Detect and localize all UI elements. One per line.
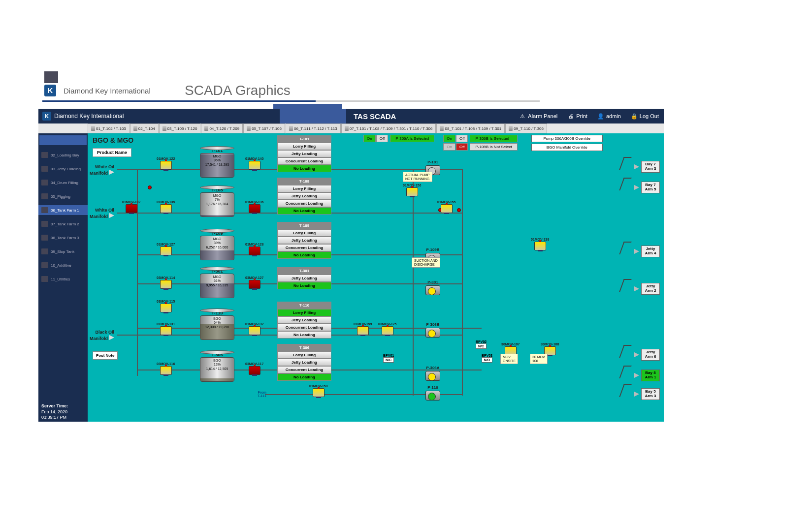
view-tab-08[interactable]: 08_T-101 / T-108 / T-109 / T-301 [436,123,505,133]
app-title: TAS SCADA [354,112,396,121]
valve-01mov-131[interactable]: 01MOV-131 [157,322,175,336]
jetty-arm-6[interactable]: Jetty Arm 6 [634,349,660,361]
t306-jetty-loading[interactable]: Jetty Loading [277,359,331,366]
p306a-off-button[interactable]: Off [376,135,389,142]
post-note-button[interactable]: Post Note [93,351,118,360]
jetty-arm-4[interactable]: Jetty Arm 4 [634,246,660,257]
sidebar-item-pigging[interactable]: 05_Pigging [38,191,88,201]
sidebar-item-tank-farm-3[interactable]: 08_Tank Farm 3 [38,233,88,243]
valve-01mov-135[interactable]: 01MOV-135 [157,200,175,214]
panel-t110: T-110 Lorry Filling Jetty Loading Concur… [277,302,331,339]
print-button[interactable]: 🖨Print [567,113,587,120]
valve-03mov-125[interactable]: 03MOV-125 [378,322,396,336]
valve-01mov-132[interactable]: 01MOV-132 [245,322,263,336]
t110-no-loading[interactable]: No Loading [277,331,331,339]
bgo-override-button[interactable]: BGO Manifold Override [531,144,603,151]
view-tab-02[interactable]: 02_T-104 [130,123,159,133]
sidebar-item-jetty-loading[interactable]: 03_Jetty Loading [38,164,88,174]
t301-jetty-loading[interactable]: Jetty Loading [277,275,331,282]
tank-t110[interactable]: T-110 BGO64%12,308 / 19,296 [200,310,234,340]
tank-t109[interactable]: T-109 MGO39%6,252 / 16,000 [200,231,234,260]
p109b-on-button[interactable]: On [443,143,455,151]
valve-03mov-114[interactable]: 03MOV-114 [157,276,175,289]
bay-7-arm-5[interactable]: Bay 7 Arm 5 [634,182,660,193]
valve-03mov-115[interactable]: 03MOV-115 [157,300,175,313]
t306-lorry-filling[interactable]: Lorry Filling [277,351,331,359]
pump-p110[interactable]: P-110 [425,385,440,401]
valve-01mov-136[interactable]: 01MOV-136 [245,200,263,214]
product-name-button[interactable]: Product Name [93,148,131,157]
alarm-panel-button[interactable]: ⚠Alarm Panel [519,113,557,120]
t108-lorry-filling[interactable]: Lorry Filling [277,185,331,192]
t109-jetty-loading[interactable]: Jetty Loading [277,237,331,244]
p306b-on-button[interactable]: On [443,135,455,142]
sidebar-item-tank-farm-2[interactable]: 07_Tank Farm 2 [38,219,88,229]
gear-icon [41,276,48,282]
sidebar-item-utilities[interactable]: 11_Utilities [38,274,88,284]
p109b-off-button[interactable]: Off [456,143,468,151]
loading-arm-icon [619,242,631,254]
sidebar-item-loading-bay[interactable]: 02_Loading Bay [38,150,88,160]
tank-t108[interactable]: T-108 MGO7%1,176 / 16,304 [200,187,234,217]
sidebar-item-tank-farm-1[interactable]: 06_Tank Farm 1 [38,205,88,215]
sidebar-item-additive[interactable]: 10_Additive [38,260,88,270]
pump-p301[interactable]: P-301 [425,280,440,296]
t101-no-loading[interactable]: No Loading [277,165,331,172]
p306b-off-button[interactable]: Off [456,135,468,142]
valve-01mov-156[interactable]: 01MOV-156 [403,184,421,197]
valve-01mov-102[interactable]: 01MOV-102 [122,200,140,214]
t101-concurrent[interactable]: Concurrent Loading [277,157,331,165]
t301-no-loading[interactable]: No Loading [277,282,331,289]
pump-override-button[interactable]: Pump 306A/306B Override [531,135,603,142]
view-tab-03[interactable]: 03_T-105 / T-120 [159,123,201,133]
pump-p306b[interactable]: P-306B [425,322,440,339]
tank-t301[interactable]: T-301 MGO61%9,955 / 16,315 [200,269,234,298]
logout-button[interactable]: 🔒Log Out [631,113,659,120]
t108-concurrent[interactable]: Concurrent Loading [277,200,331,207]
p306a-on-button[interactable]: On [363,135,376,142]
jetty-arm-2[interactable]: Jetty Arm 2 [634,283,660,295]
t306-no-loading[interactable]: No Loading [277,373,331,381]
t108-no-loading[interactable]: No Loading [277,207,331,215]
valve-01mov-122[interactable]: 01MOV-122 [157,157,175,170]
t110-lorry-filling[interactable]: Lorry Filling [277,309,331,316]
t109-concurrent[interactable]: Concurrent Loading [277,244,331,251]
view-tab-06[interactable]: 06_T-111 / T-112 / T-113 [286,123,341,133]
t109-no-loading[interactable]: No Loading [277,251,331,259]
view-tab-04[interactable]: 04_T-120 / T-209 [201,123,243,133]
t110-jetty-loading[interactable]: Jetty Loading [277,316,331,324]
view-tab-01[interactable]: 01_T-102 / T-103 [88,123,130,133]
view-tab-05[interactable]: 05_T-107 / T-106 [243,123,285,133]
valve-01mov-158[interactable]: 01MOV-158 [309,384,327,398]
t101-lorry-filling[interactable]: Lorry Filling [277,143,331,150]
sidebar-item-slop-tank[interactable]: 09_Slop Tank [38,247,88,256]
sidebar-item-drum-filling[interactable]: 04_Drum Filling [38,178,88,187]
view-tab-09[interactable]: 09_T-110 / T-306 [505,123,547,133]
t108-jetty-loading[interactable]: Jetty Loading [277,192,331,200]
bay-8-arm-1[interactable]: Bay 8 Arm 1 [634,370,660,381]
valve-03mov-116[interactable]: 03MOV-116 [157,362,175,375]
valve-01mov-140[interactable]: 01MOV-140 [245,157,263,170]
bay-7-arm-3[interactable]: Bay 7 Arm 3 [634,161,660,173]
bpv01[interactable]: BPV01N/C [383,354,394,363]
valve-03mov-117[interactable]: 03MOV-117 [245,362,263,375]
valve-03mov-127[interactable]: 03MOV-127 [245,276,263,289]
tank-t101[interactable]: T-101 MGO96%17,541 / 18,295 [200,148,234,178]
t306-concurrent[interactable]: Concurrent Loading [277,366,331,373]
bpv03[interactable]: BPV03N/O [482,354,492,363]
valve-01mov-128[interactable]: 01MOV-128 [245,243,263,256]
tank-icon [440,126,444,131]
tank-t306[interactable]: T-306 BGO13%1,614 / 12,505 [200,352,234,382]
t101-jetty-loading[interactable]: Jetty Loading [277,150,331,157]
valve-01mov-159[interactable]: 01MOV-159 [354,322,372,336]
admin-button[interactable]: 👤admin [597,113,621,120]
pump-p306a[interactable]: P-306A [425,366,440,382]
t110-concurrent[interactable]: Concurrent Loading [277,324,331,331]
valve-01mov-138[interactable]: 01MOV-138 [531,238,549,251]
valve-01mov-155[interactable]: 01MOV-155 [437,200,455,214]
t109-lorry-filling[interactable]: Lorry Filling [277,229,331,237]
bay-5-arm-3[interactable]: Bay 5 Arm 3 [634,388,660,400]
bpv02[interactable]: BPV02N/C [476,340,487,349]
valve-01mov-127[interactable]: 01MOV-127 [157,243,175,256]
view-tab-07[interactable]: 07_T-101 / T-108 / T-109 / T-301 / T-110… [341,123,436,133]
